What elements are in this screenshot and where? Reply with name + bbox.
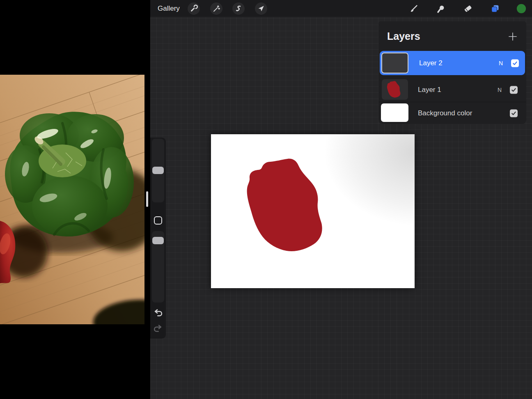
layer-1-thumbnail-art (382, 79, 408, 100)
eraser-tool-button[interactable] (463, 4, 473, 14)
redo-button[interactable] (153, 323, 163, 333)
layers-icon (490, 4, 500, 14)
background-visibility-checkbox[interactable] (510, 109, 518, 117)
drawing-canvas[interactable] (211, 134, 415, 288)
check-icon (511, 110, 516, 116)
sidebar (150, 138, 166, 339)
selection-button[interactable] (232, 2, 245, 15)
add-layer-button[interactable] (507, 31, 518, 42)
layer-1-thumbnail[interactable] (382, 79, 408, 100)
layers-panel-header: Layers (378, 21, 526, 51)
split-view-drag-handle[interactable] (146, 191, 148, 207)
pepper-photo (0, 75, 144, 324)
layers-panel: Layers Layer 2 N (378, 21, 526, 124)
procreate-window: Gallery (150, 0, 532, 399)
transform-button[interactable] (255, 2, 267, 15)
eraser-icon (463, 4, 473, 14)
check-icon (512, 60, 518, 66)
modify-button[interactable] (154, 216, 162, 225)
brush-tool-button[interactable] (409, 4, 419, 14)
undo-icon (153, 308, 163, 318)
color-swatch (516, 3, 526, 14)
selection-s-icon (234, 5, 243, 13)
layer-2-visibility-checkbox[interactable] (511, 59, 519, 67)
reference-photo-pane (0, 0, 144, 399)
transform-arrow-icon (257, 5, 265, 13)
smudge-icon (436, 4, 445, 14)
layer-2-thumbnail[interactable] (381, 53, 408, 73)
actions-button[interactable] (188, 2, 200, 15)
brush-icon (409, 4, 419, 14)
layer-row-layer-2[interactable]: Layer 2 N (380, 51, 525, 75)
canvas-gray-shading (291, 134, 415, 233)
layer-row-layer-1[interactable]: Layer 1 N (378, 78, 526, 101)
check-icon (511, 87, 516, 92)
screen: Gallery (0, 0, 532, 399)
background-color-thumbnail[interactable] (381, 103, 408, 122)
layer-row-background-color[interactable]: Background color (378, 102, 526, 124)
magic-wand-icon (212, 5, 220, 13)
plus-icon (507, 31, 518, 42)
layers-tool-button[interactable] (490, 4, 500, 14)
layer-name: Background color (418, 109, 472, 117)
blend-mode-badge[interactable]: N (498, 87, 502, 93)
undo-button[interactable] (153, 308, 163, 318)
wrench-icon (190, 5, 198, 13)
top-toolbar: Gallery (150, 0, 532, 17)
layers-panel-title: Layers (387, 30, 420, 42)
layer-name: Layer 1 (418, 86, 441, 94)
layer-1-visibility-checkbox[interactable] (510, 86, 518, 94)
opacity-handle[interactable] (152, 237, 164, 244)
color-swatch-button[interactable] (516, 4, 526, 14)
adjustments-button[interactable] (210, 2, 222, 15)
gallery-button[interactable]: Gallery (158, 0, 180, 17)
redo-icon (153, 323, 163, 333)
layer-name: Layer 2 (419, 59, 443, 67)
brush-size-handle[interactable] (152, 167, 164, 174)
blend-mode-badge[interactable]: N (499, 60, 503, 66)
smudge-tool-button[interactable] (436, 4, 445, 14)
